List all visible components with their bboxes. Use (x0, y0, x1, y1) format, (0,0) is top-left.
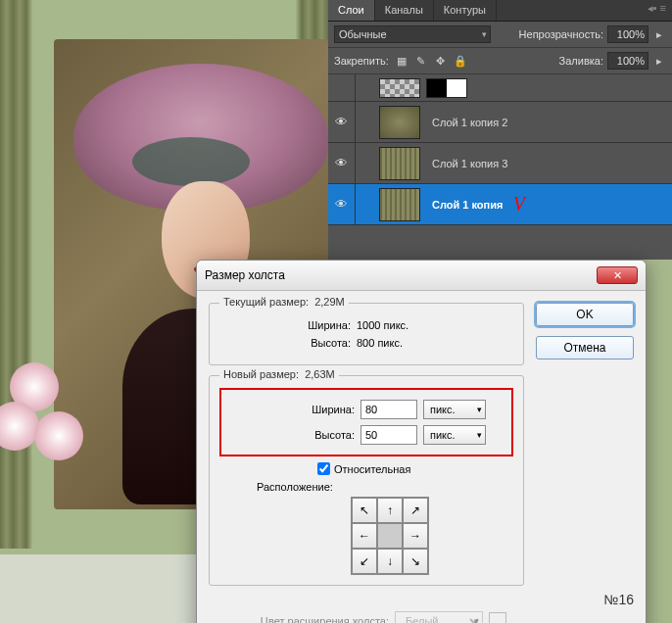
extension-color-select: Белый (395, 611, 483, 623)
tab-channels[interactable]: Каналы (375, 0, 434, 21)
eye-icon: 👁 (335, 115, 348, 129)
height-input[interactable] (360, 425, 417, 445)
lock-transparency-icon[interactable]: ▦ (395, 54, 408, 68)
fill-input[interactable] (607, 52, 648, 70)
opacity-slider-icon[interactable]: ▸ (652, 27, 666, 41)
lock-all-icon[interactable]: 🔒 (454, 54, 467, 68)
flowers-decoration (0, 362, 98, 500)
fill-label: Заливка: (559, 55, 603, 67)
new-size-group: Новый размер: 2,63M Ширина: пикс. Высота… (209, 375, 524, 586)
anchor-sw[interactable]: ↙ (352, 549, 377, 574)
layer-name[interactable]: Слой 1 копия 3 (426, 158, 507, 169)
annotation-marker: V (513, 193, 525, 216)
extension-color-label: Цвет расширения холста: (211, 615, 389, 623)
anchor-s[interactable]: ↓ (377, 549, 403, 574)
opacity-input[interactable] (607, 25, 648, 43)
panel-tabs: Слои Каналы Контуры ◂▪ ≡ (328, 0, 672, 22)
layer-row-mask[interactable] (328, 74, 672, 102)
anchor-n[interactable]: ↑ (377, 498, 403, 523)
layer-name[interactable]: Слой 1 копия (426, 199, 503, 211)
eye-icon: 👁 (335, 156, 348, 170)
layer-row[interactable]: 👁 Слой 1 копия 3 (328, 143, 672, 184)
anchor-nw[interactable]: ↖ (352, 498, 377, 523)
ok-button[interactable]: OK (536, 303, 634, 326)
highlight-annotation: Ширина: пикс. Высота: пикс. (219, 388, 513, 456)
current-width-label: Ширина: (223, 319, 351, 331)
height-label: Высота: (227, 429, 355, 441)
layer-thumbnail[interactable] (379, 147, 420, 180)
layer-row-selected[interactable]: 👁 Слой 1 копия V (328, 184, 672, 225)
current-width-value: 1000 пикс. (357, 319, 408, 331)
lock-fill-row: Закрепить: ▦ ✎ ✥ 🔒 Заливка: ▸ (328, 48, 672, 74)
relative-label: Относительная (334, 463, 410, 475)
anchor-grid: ↖ ↑ ↗ ← → ↙ ↓ ↘ (351, 497, 429, 575)
layer-list: 👁 Слой 1 копия 2 👁 Слой 1 копия 3 👁 Слой… (328, 74, 672, 225)
dialog-title: Размер холста (205, 268, 285, 282)
anchor-w[interactable]: ← (352, 523, 377, 549)
tab-paths[interactable]: Контуры (434, 0, 497, 21)
opacity-label: Непрозрачность: (519, 28, 603, 40)
anchor-e[interactable]: → (403, 523, 428, 549)
step-number: №16 (603, 592, 634, 607)
canvas-extension-preview (0, 554, 196, 623)
mask-thumbnail[interactable] (426, 78, 467, 98)
width-label: Ширина: (227, 404, 355, 415)
current-size-group: Текущий размер: 2,29M Ширина: 1000 пикс.… (209, 303, 524, 365)
anchor-label: Расположение: (257, 481, 509, 493)
eye-icon: 👁 (335, 197, 348, 212)
width-input[interactable] (360, 400, 417, 419)
relative-checkbox[interactable] (317, 462, 330, 475)
blend-opacity-row: Обычные Непрозрачность: ▸ (328, 22, 672, 48)
layer-thumbnail[interactable] (379, 188, 420, 221)
dialog-titlebar[interactable]: Размер холста ✕ (197, 261, 646, 291)
width-unit-select[interactable]: пикс. (423, 400, 486, 419)
lock-label: Закрепить: (334, 55, 389, 67)
layer-thumbnail[interactable] (379, 106, 420, 139)
close-button[interactable]: ✕ (597, 266, 638, 284)
fill-slider-icon[interactable]: ▸ (652, 54, 666, 68)
color-swatch (489, 612, 506, 623)
blend-mode-select[interactable]: Обычные (334, 25, 491, 43)
layer-row[interactable]: 👁 Слой 1 копия 2 (328, 102, 672, 143)
current-height-value: 800 пикс. (357, 337, 403, 349)
visibility-toggle[interactable]: 👁 (328, 102, 356, 142)
height-unit-select[interactable]: пикс. (423, 425, 486, 445)
lock-position-icon[interactable]: ✥ (434, 54, 448, 68)
lock-pixels-icon[interactable]: ✎ (414, 54, 428, 68)
layer-thumbnail[interactable] (379, 78, 420, 98)
anchor-center[interactable] (377, 523, 403, 549)
visibility-toggle[interactable] (328, 74, 356, 101)
hat-band-shape (132, 137, 250, 186)
panel-menu-icon[interactable]: ◂▪ ≡ (642, 0, 672, 21)
canvas-size-dialog: Размер холста ✕ Текущий размер: 2,29M Ши… (196, 260, 647, 623)
cancel-button[interactable]: Отмена (536, 336, 634, 359)
tab-layers[interactable]: Слои (328, 0, 375, 21)
visibility-toggle[interactable]: 👁 (328, 143, 356, 183)
close-icon: ✕ (613, 269, 622, 282)
layer-name[interactable]: Слой 1 копия 2 (426, 117, 507, 128)
visibility-toggle[interactable]: 👁 (328, 184, 356, 224)
anchor-se[interactable]: ↘ (403, 549, 428, 574)
current-height-label: Высота: (223, 337, 351, 349)
layers-panel: Слои Каналы Контуры ◂▪ ≡ Обычные Непрозр… (328, 0, 672, 260)
anchor-ne[interactable]: ↗ (403, 498, 428, 523)
